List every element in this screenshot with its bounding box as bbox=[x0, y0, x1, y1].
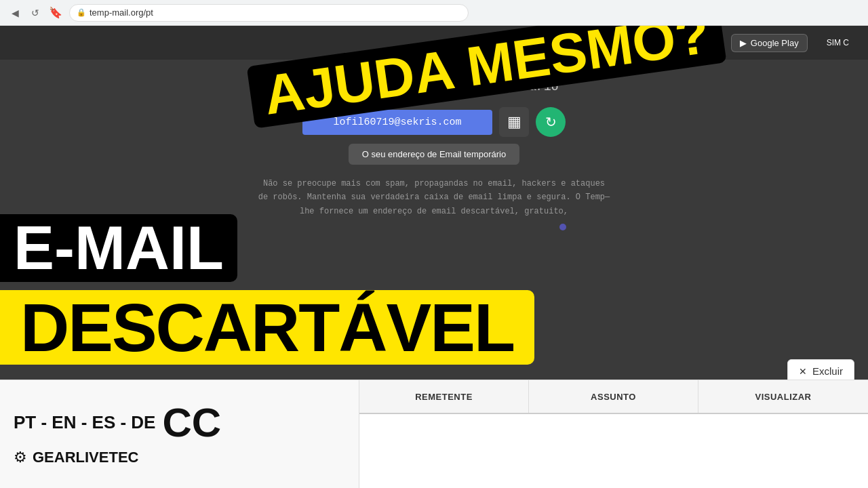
cursor-indicator bbox=[559, 224, 566, 230]
browser-chrome: ◀ ↺ 🔖 🔒 temp-mail.org/pt bbox=[0, 0, 868, 26]
webpage-container: 🍎 App Store ▶ Google Play SIM C O seu en… bbox=[0, 26, 868, 488]
tooltip-text: O seu endereço de Email temporário bbox=[362, 149, 506, 159]
col-assunto: ASSUNTO bbox=[529, 380, 698, 413]
google-play-label: Google Play bbox=[751, 38, 799, 48]
back-button[interactable]: ◀ bbox=[8, 6, 22, 20]
tooltip-box: O seu endereço de Email temporário bbox=[349, 144, 519, 165]
refresh-email-button[interactable]: ↻ bbox=[536, 107, 566, 137]
url-text: temp-mail.org/pt bbox=[90, 7, 153, 18]
bottom-bar: PT - EN - ES - DE CC ⚙ GEARLIVETEC REMET… bbox=[0, 380, 868, 488]
description-text: Não se preocupe mais com spam, propagand… bbox=[258, 177, 610, 218]
brand-text: GEARLIVETEC bbox=[33, 449, 138, 466]
overlay-email-text: E-MAIL bbox=[0, 214, 237, 282]
table-body bbox=[359, 414, 868, 488]
cc-text: CC bbox=[162, 403, 221, 443]
refresh-email-icon: ↻ bbox=[545, 114, 557, 130]
sim-badge: SIM C bbox=[821, 35, 854, 51]
col-visualizar: VISUALIZAR bbox=[698, 380, 868, 413]
qr-button[interactable]: ▦ bbox=[499, 107, 529, 137]
play-icon: ▶ bbox=[740, 38, 747, 48]
bookmark-icon[interactable]: 🔖 bbox=[49, 6, 62, 20]
languages-row: PT - EN - ES - DE CC bbox=[14, 403, 345, 443]
gear-icon: ⚙ bbox=[14, 449, 27, 466]
refresh-button[interactable]: ↺ bbox=[28, 6, 42, 20]
overlay-descartavel-text: DESCARTÁVEL bbox=[0, 290, 534, 365]
qr-icon: ▦ bbox=[507, 113, 521, 131]
close-icon: ✕ bbox=[799, 366, 807, 377]
google-play-button[interactable]: ▶ Google Play bbox=[731, 34, 808, 52]
col-remetente: REMETENTE bbox=[359, 380, 529, 413]
table-header: REMETENTE ASSUNTO VISUALIZAR bbox=[359, 380, 868, 414]
lock-icon: 🔒 bbox=[77, 8, 86, 17]
email-table: REMETENTE ASSUNTO VISUALIZAR bbox=[359, 380, 868, 488]
address-bar[interactable]: 🔒 temp-mail.org/pt bbox=[69, 4, 469, 22]
excluir-label: Excluir bbox=[812, 365, 843, 377]
bottom-left-panel: PT - EN - ES - DE CC ⚙ GEARLIVETEC bbox=[0, 380, 359, 488]
languages-text: PT - EN - ES - DE bbox=[14, 412, 155, 433]
brand-row: ⚙ GEARLIVETEC bbox=[14, 449, 345, 466]
